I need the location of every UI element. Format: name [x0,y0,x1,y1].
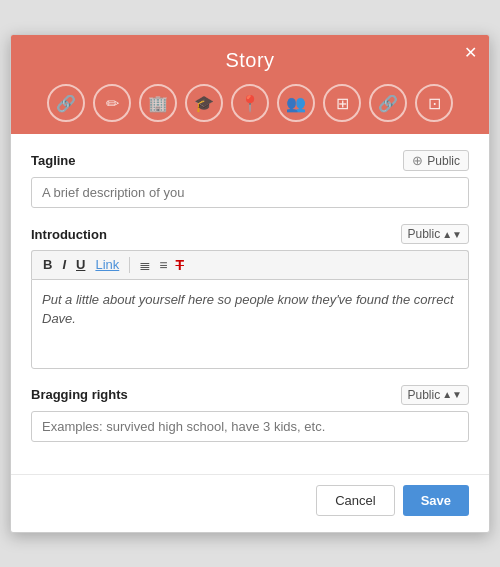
cancel-button[interactable]: Cancel [316,485,394,516]
bragging-label: Bragging rights [31,387,128,402]
tagline-field: Tagline ⊕ Public [31,150,469,208]
tagline-public-badge: ⊕ Public [403,150,469,171]
introduction-editor[interactable]: Put a little about yourself here so peop… [31,279,469,369]
bragging-public-label: Public [408,388,441,402]
introduction-public-label: Public [408,227,441,241]
dialog-header: ✕ Story 🔗 ✏ 🏢 🎓 📍 👥 ⊞ 🔗 ⊡ [11,35,489,134]
format-clear-icon[interactable]: T [173,257,186,273]
underline-button[interactable]: U [73,256,88,274]
dialog-footer: Cancel Save [11,474,489,532]
bragging-rights-field: Bragging rights Public ▲▼ [31,385,469,442]
people-icon[interactable]: 👥 [277,84,315,122]
graduation-icon[interactable]: 🎓 [185,84,223,122]
editor-toolbar: B I U Link ≣ ≡ T [31,250,469,279]
tagline-public-label: Public [427,154,460,168]
globe-icon: ⊕ [412,153,423,168]
introduction-public-select[interactable]: Public ▲▼ [401,224,469,244]
save-button[interactable]: Save [403,485,469,516]
story-dialog: ✕ Story 🔗 ✏ 🏢 🎓 📍 👥 ⊞ 🔗 ⊡ Tagline ⊕ Publ… [10,34,490,533]
bold-button[interactable]: B [40,256,55,274]
dialog-body: Tagline ⊕ Public Introduction Public ▲▼ … [11,134,489,474]
bragging-label-row: Bragging rights Public ▲▼ [31,385,469,405]
bullet-list-icon[interactable]: ≡ [157,257,169,273]
tagline-label: Tagline [31,153,76,168]
introduction-field: Introduction Public ▲▼ B I U Link ≣ ≡ T … [31,224,469,369]
link-button[interactable]: Link [92,256,122,274]
chain-icon[interactable]: 🔗 [369,84,407,122]
bragging-public-select[interactable]: Public ▲▼ [401,385,469,405]
toolbar-divider [129,257,130,273]
tagline-label-row: Tagline ⊕ Public [31,150,469,171]
italic-button[interactable]: I [59,256,69,274]
film-icon[interactable]: ⊡ [415,84,453,122]
introduction-label-row: Introduction Public ▲▼ [31,224,469,244]
location-icon[interactable]: 📍 [231,84,269,122]
bragging-rights-input[interactable] [31,411,469,442]
close-button[interactable]: ✕ [464,45,477,61]
tagline-input[interactable] [31,177,469,208]
dialog-title: Story [11,49,489,72]
chevron-down-icon-2: ▲▼ [442,389,462,400]
numbered-list-icon[interactable]: ≣ [137,257,153,273]
introduction-label: Introduction [31,227,107,242]
pencil-icon[interactable]: ✏ [93,84,131,122]
building-icon[interactable]: 🏢 [139,84,177,122]
grid-icon[interactable]: ⊞ [323,84,361,122]
icon-row: 🔗 ✏ 🏢 🎓 📍 👥 ⊞ 🔗 ⊡ [11,84,489,122]
chevron-down-icon: ▲▼ [442,229,462,240]
link-icon[interactable]: 🔗 [47,84,85,122]
